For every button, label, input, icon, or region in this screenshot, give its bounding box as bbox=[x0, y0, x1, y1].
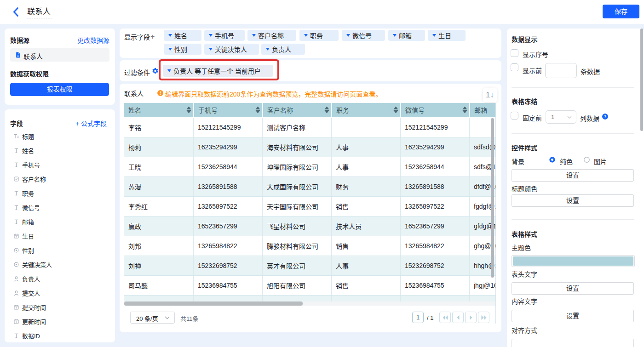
svg-text:?: ? bbox=[604, 114, 606, 119]
